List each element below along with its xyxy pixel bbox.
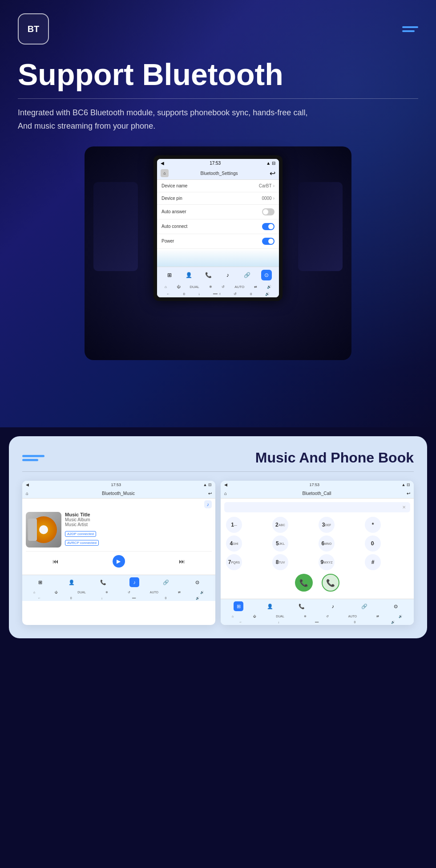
nav-bt-icon[interactable]: ⊙ (261, 270, 272, 280)
menu-line-2 (402, 30, 415, 32)
tablet-back-icon[interactable]: ↩ (270, 169, 275, 178)
climate-fan: ❄ (209, 285, 212, 289)
m-link-icon[interactable]: 🔗 (161, 577, 171, 587)
c-bt-icon[interactable]: ⊙ (391, 601, 401, 611)
section-lines-icon (22, 455, 44, 461)
music-back-icon[interactable]: ◀ (26, 483, 29, 487)
cc7: ⇄ (376, 615, 379, 618)
play-button[interactable]: ▶ (113, 555, 125, 568)
auto-connect-toggle[interactable] (262, 223, 275, 230)
setting-row-auto-answer[interactable]: Auto answer (157, 205, 279, 219)
m-bt-icon[interactable]: ⊙ (193, 577, 202, 587)
c-phone-icon[interactable]: 📞 (297, 601, 307, 611)
device-name-value: CarBT › (259, 183, 275, 188)
car-image-wrapper: ◀ 17:53 ▲ ⊟ ⌂ Bluetooth_Settings ↩ Devic… (85, 146, 351, 360)
m-user-icon[interactable]: 👤 (67, 577, 77, 587)
c-music-icon[interactable]: ♪ (328, 601, 338, 611)
key-0[interactable]: 0· (365, 535, 381, 552)
car-vent-right (298, 182, 343, 271)
call-bottom-nav: ⊞ 👤 📞 ♪ 🔗 ⊙ (221, 599, 414, 613)
call-screen: ◀ 17:53 ▲ ⊟ ⌂ Bluetooth_Call ↩ ✕ 1— 2ABC… (221, 481, 414, 625)
c-link-icon[interactable]: 🔗 (359, 601, 369, 611)
badge-avrcp: AVRCP connected (65, 540, 99, 546)
s2: 0 (183, 292, 185, 296)
setting-row-device-name[interactable]: Device name CarBT › (157, 180, 279, 192)
music-bottom-nav: ⊞ 👤 📞 ♪ 🔗 ⊙ (22, 575, 215, 589)
device-pin-label: Device pin (161, 196, 182, 201)
key-2[interactable]: 2ABC (272, 517, 288, 533)
nav-user-icon[interactable]: 👤 (183, 270, 194, 280)
prev-button[interactable]: ⏮ (52, 558, 59, 565)
cc5: ↺ (326, 615, 329, 618)
key-star[interactable]: * (365, 517, 381, 533)
music-section-divider (22, 471, 414, 472)
key-3[interactable]: 3DEF (319, 517, 335, 533)
hero-divider (18, 98, 418, 99)
key-9[interactable]: 9WXYZ (319, 554, 335, 570)
nav-phone-icon[interactable]: 📞 (203, 270, 214, 280)
mc1: ⌂ (33, 591, 35, 594)
redial-button[interactable]: 📞 (322, 574, 339, 592)
status-icons: ▲ ⊟ (266, 161, 275, 166)
album-art (26, 512, 61, 548)
cc4: ❄ (304, 615, 307, 618)
s6: 0 (250, 292, 252, 296)
music-back-nav-icon[interactable]: ↩ (208, 491, 212, 496)
answer-button[interactable]: 📞 (295, 574, 313, 592)
key-8[interactable]: 8TUV (272, 554, 288, 570)
music-controls: ⏮ ▶ ⏭ (26, 551, 212, 571)
auto-answer-toggle[interactable] (262, 208, 275, 215)
auto-connect-label: Auto connect (161, 224, 187, 229)
power-toggle[interactable] (262, 238, 275, 245)
bt-logo: BT (18, 13, 49, 45)
tablet-screen: ◀ 17:53 ▲ ⊟ ⌂ Bluetooth_Settings ↩ Devic… (157, 159, 279, 297)
setting-row-device-pin[interactable]: Device pin 0000 › (157, 192, 279, 205)
nav-link-icon[interactable]: 🔗 (242, 270, 252, 280)
setting-row-auto-connect[interactable]: Auto connect (157, 219, 279, 234)
mc2: ⏻ (55, 591, 58, 594)
key-5[interactable]: 5JKL (272, 535, 288, 552)
clear-icon[interactable]: ✕ (402, 505, 406, 510)
key-4[interactable]: 4GHI (226, 535, 242, 552)
c-user-icon[interactable]: 👤 (265, 601, 275, 611)
content-spacer (157, 249, 279, 267)
ms3: ↓ (101, 596, 103, 600)
nav-music-icon[interactable]: ♪ (222, 270, 233, 280)
m-music-icon[interactable]: ♪ (129, 577, 139, 587)
climate-arrows: ⇄ (254, 285, 257, 289)
next-button[interactable]: ⏭ (179, 558, 185, 565)
badge-a2dp: A2DP connected (65, 531, 96, 537)
call-statusbar: ◀ 17:53 ▲ ⊟ (221, 481, 414, 489)
home-icon[interactable]: ⌂ (161, 169, 169, 177)
climate-dual: DUAL (190, 285, 199, 289)
cs3: ━━ (315, 621, 319, 624)
call-back-icon[interactable]: ◀ (224, 483, 227, 487)
call-search-bar[interactable]: ✕ (224, 502, 410, 512)
nav-grid-icon[interactable]: ⊞ (164, 270, 175, 280)
key-hash[interactable]: # (365, 554, 381, 570)
ms4: ━━ (132, 596, 136, 600)
s7: 🔊 (265, 292, 270, 296)
ms5: 0 (165, 596, 166, 600)
call-status-bar: ← ↓ ━━ 0 🔊 (221, 620, 414, 625)
menu-line-1 (402, 26, 418, 28)
climate-auto: AUTO (234, 285, 244, 289)
m-grid-icon[interactable]: ⊞ (35, 577, 45, 587)
key-1[interactable]: 1— (226, 517, 242, 533)
tablet-climate-bar: ⌂ ⏻ DUAL ❄ ↺ AUTO ⇄ 🔊 (157, 283, 279, 291)
ms2: 0 (70, 596, 72, 600)
call-back-nav-icon[interactable]: ↩ (407, 491, 410, 496)
m-phone-icon[interactable]: 📞 (98, 577, 108, 587)
device-pin-value: 0000 › (262, 196, 275, 201)
setting-row-power[interactable]: Power (157, 234, 279, 249)
climate-home: ⌂ (165, 285, 167, 289)
climate-sync: ↺ (222, 285, 225, 289)
music-section-title: Music And Phone Book (255, 450, 414, 466)
mc8: 🔊 (200, 591, 204, 594)
menu-button[interactable] (402, 26, 418, 32)
key-7[interactable]: 7PQRS (226, 554, 242, 570)
key-6[interactable]: 6MNO (319, 535, 335, 552)
c-grid-icon[interactable]: ⊞ (234, 601, 243, 611)
back-arrow-icon[interactable]: ◀ (161, 161, 164, 166)
auto-answer-label: Auto answer (161, 209, 186, 214)
